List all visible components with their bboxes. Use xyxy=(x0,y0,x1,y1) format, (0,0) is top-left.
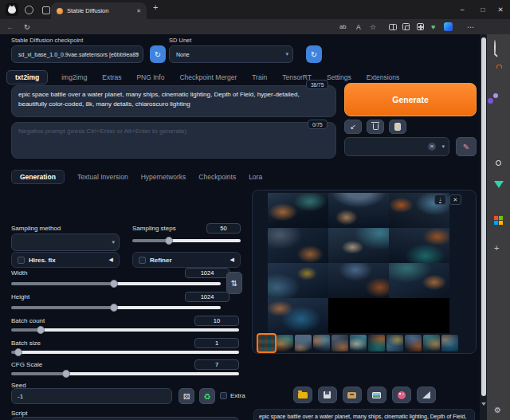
hires-fix-accordion[interactable]: Hires. fix ◀ xyxy=(11,252,120,268)
generated-grid-image[interactable] xyxy=(268,193,449,333)
translate-icon[interactable]: ab xyxy=(339,22,346,32)
generated-image[interactable] xyxy=(389,263,449,298)
back-icon[interactable]: ← xyxy=(6,22,14,32)
tab-lora[interactable]: Lora xyxy=(249,173,262,181)
gallery-thumbnail[interactable] xyxy=(295,335,312,351)
send-to-img2img-button[interactable] xyxy=(367,387,386,403)
edit-styles-button[interactable]: ✎ xyxy=(456,137,477,156)
reload-icon[interactable]: ↻ xyxy=(24,22,30,32)
sampling-steps-slider[interactable] xyxy=(132,239,241,242)
gallery-thumbnail[interactable] xyxy=(441,335,458,351)
send-to-extras-button[interactable] xyxy=(417,387,436,403)
tab-settings[interactable]: Settings xyxy=(325,71,353,84)
refiner-accordion[interactable]: Refiner ◀ xyxy=(132,252,241,268)
clear-styles-icon[interactable]: ✕ xyxy=(428,143,436,151)
tab-close-icon[interactable]: ✕ xyxy=(136,8,141,14)
open-folder-button[interactable] xyxy=(293,387,312,403)
batch-count-slider[interactable] xyxy=(11,328,239,332)
gallery-thumbnail[interactable] xyxy=(313,335,330,351)
tab-extensions[interactable]: Extensions xyxy=(365,71,402,84)
sd-unet-dropdown[interactable]: None ▾ xyxy=(169,45,293,63)
width-slider[interactable] xyxy=(11,282,221,285)
workspaces-icon[interactable] xyxy=(25,6,33,14)
scrollbar-thumb[interactable] xyxy=(481,37,486,396)
height-slider[interactable] xyxy=(11,306,221,309)
slider-thumb[interactable] xyxy=(165,237,173,245)
refresh-unet-button[interactable]: ↻ xyxy=(306,45,322,63)
window-maximize-button[interactable]: □ xyxy=(473,0,492,19)
save-button[interactable] xyxy=(318,387,337,403)
send-to-inpaint-button[interactable] xyxy=(392,387,411,403)
generated-image[interactable] xyxy=(389,228,449,263)
close-gallery-button[interactable]: ✕ xyxy=(449,194,461,205)
tab-checkpoints[interactable]: Checkpoints xyxy=(198,173,236,181)
sidebar-settings-icon[interactable]: ⚙ xyxy=(494,406,501,414)
tab-png-info[interactable]: PNG Info xyxy=(135,71,166,84)
page-scrollbar[interactable] xyxy=(480,34,487,420)
cfg-scale-value[interactable]: 7 xyxy=(194,359,239,370)
save-zip-button[interactable] xyxy=(343,387,362,403)
tab-hypernetworks[interactable]: Hypernetworks xyxy=(141,173,186,181)
clear-prompt-button[interactable] xyxy=(367,120,384,134)
gallery-thumbnail[interactable] xyxy=(423,335,440,351)
favorites-icon[interactable]: ☆ xyxy=(370,22,376,32)
swap-dimensions-button[interactable]: ⇅ xyxy=(226,272,242,294)
seed-input[interactable] xyxy=(11,388,172,404)
gallery-thumbnail[interactable] xyxy=(332,335,348,351)
slider-thumb[interactable] xyxy=(37,326,45,334)
generated-image[interactable] xyxy=(268,228,328,263)
slider-thumb[interactable] xyxy=(14,348,22,356)
gallery-thumbnail[interactable] xyxy=(405,335,422,351)
sampling-method-dropdown[interactable]: ▾ xyxy=(11,234,120,251)
extra-networks-button[interactable] xyxy=(389,120,406,134)
prompt-input[interactable]: epic space battle over a water planet, m… xyxy=(11,85,336,117)
tab-extras[interactable]: Extras xyxy=(100,71,123,84)
height-value[interactable]: 1024 xyxy=(185,292,230,302)
more-menu-icon[interactable]: ⋯ xyxy=(467,22,474,32)
new-tab-button[interactable]: + xyxy=(153,2,158,12)
generated-image[interactable] xyxy=(328,193,389,228)
generate-button[interactable]: Generate xyxy=(344,83,477,116)
tab-textual-inversion[interactable]: Textual Inversion xyxy=(77,173,128,181)
generated-image[interactable] xyxy=(328,263,389,298)
browser-essentials-icon[interactable]: ♥ xyxy=(431,22,435,32)
tab-actions-icon[interactable] xyxy=(42,6,50,14)
gallery-thumbnail[interactable] xyxy=(368,335,385,351)
batch-size-value[interactable]: 1 xyxy=(194,338,239,348)
tab-txt2img[interactable]: txt2img xyxy=(6,70,48,84)
cfg-scale-slider[interactable] xyxy=(11,372,239,375)
batch-size-slider[interactable] xyxy=(11,351,239,354)
slider-thumb[interactable] xyxy=(110,304,118,312)
script-dropdown[interactable]: None ▾ xyxy=(11,417,239,420)
random-seed-button[interactable]: ⚄ xyxy=(178,388,194,404)
collections-icon[interactable] xyxy=(402,22,410,32)
reuse-seed-button[interactable]: ♻ xyxy=(199,388,215,404)
batch-count-value[interactable]: 10 xyxy=(194,316,239,326)
sidebar-drop-icon[interactable] xyxy=(494,188,504,202)
extra-seed-checkbox[interactable] xyxy=(220,392,227,399)
hires-fix-checkbox[interactable] xyxy=(18,257,25,264)
slider-thumb[interactable] xyxy=(62,370,70,378)
styles-dropdown[interactable]: ✕ ▾ xyxy=(344,137,449,156)
scrollbar-down-arrow-icon[interactable] xyxy=(481,402,486,406)
gallery-thumbnail[interactable] xyxy=(277,335,293,351)
generated-image[interactable] xyxy=(268,193,328,228)
sidebar-microsoft-icon[interactable] xyxy=(494,216,503,225)
gallery-thumbnail-selected[interactable] xyxy=(258,335,275,351)
browser-tab[interactable]: Stable Diffusion ✕ xyxy=(51,2,147,19)
generated-image[interactable] xyxy=(268,263,328,298)
checkpoint-dropdown[interactable]: sd_xl_base_1.0_0.9vae.safetensors [e6bb9… xyxy=(11,45,143,63)
gallery-thumbnail[interactable] xyxy=(386,335,403,351)
generated-image[interactable] xyxy=(268,298,328,333)
generated-image[interactable] xyxy=(328,228,389,263)
tab-checkpoint-merger[interactable]: Checkpoint Merger xyxy=(178,71,238,84)
window-close-button[interactable]: ✕ xyxy=(491,0,510,19)
gallery-thumbnail[interactable] xyxy=(350,335,367,351)
sidebar-add-icon[interactable]: + xyxy=(494,243,499,253)
tab-img2img[interactable]: img2img xyxy=(60,71,88,84)
refresh-checkpoints-button[interactable]: ↻ xyxy=(150,45,166,63)
download-image-button[interactable]: ↓ xyxy=(434,194,446,205)
slider-thumb[interactable] xyxy=(110,280,118,288)
window-minimize-button[interactable]: – xyxy=(453,0,472,19)
sampling-steps-value[interactable]: 50 xyxy=(206,223,241,234)
